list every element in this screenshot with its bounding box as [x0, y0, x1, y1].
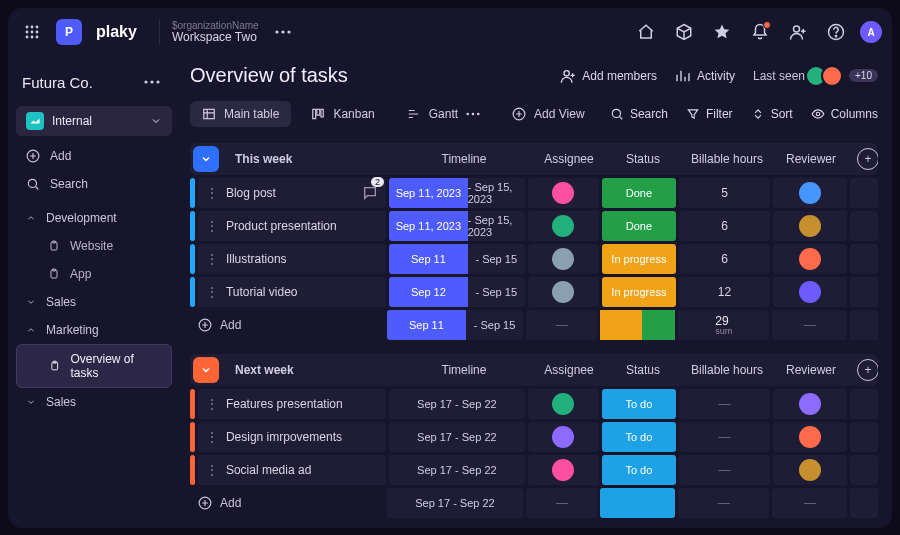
table-sort[interactable]: Sort	[751, 107, 793, 121]
reviewer-cell[interactable]	[773, 211, 848, 241]
avatar[interactable]	[552, 182, 574, 204]
col-assignee[interactable]: Assignee	[533, 363, 605, 377]
group-title[interactable]: This week	[227, 152, 395, 166]
status-cell[interactable]: To do	[602, 422, 677, 452]
timeline-cell[interactable]: Sep 11, 2023 - Sep 15, 2023	[389, 178, 525, 208]
view-gantt[interactable]: Gantt	[395, 101, 492, 127]
bell-icon[interactable]	[746, 18, 774, 46]
assignee-cell[interactable]	[528, 211, 599, 241]
col-status[interactable]: Status	[605, 363, 681, 377]
workspace-switcher[interactable]: $organizationName Workspace Two	[159, 20, 259, 44]
home-icon[interactable]	[632, 18, 660, 46]
assignee-cell[interactable]	[528, 244, 599, 274]
comment-icon[interactable]: 2	[362, 185, 378, 201]
sidebar-section-marketing[interactable]: Marketing	[16, 316, 172, 344]
space-selector[interactable]: Internal	[16, 106, 172, 136]
timeline-cell[interactable]: Sep 12 - Sep 15	[389, 277, 525, 307]
drag-handle-icon[interactable]: ⋮	[206, 397, 218, 411]
status-cell[interactable]: Done	[602, 211, 677, 241]
col-timeline[interactable]: Timeline	[395, 152, 533, 166]
assignee-cell[interactable]	[528, 277, 599, 307]
table-search[interactable]: Search	[610, 107, 668, 121]
avatar[interactable]	[552, 281, 574, 303]
avatar[interactable]	[821, 65, 843, 87]
group-toggle[interactable]	[193, 146, 219, 172]
add-members-button[interactable]: Add members	[560, 68, 657, 84]
activity-button[interactable]: Activity	[675, 68, 735, 84]
sidebar-search[interactable]: Search	[16, 170, 172, 198]
task-name-cell[interactable]: ⋮ Blog post2	[198, 178, 386, 208]
sidebar-item-website[interactable]: Website	[16, 232, 172, 260]
status-cell[interactable]: To do	[602, 389, 677, 419]
col-reviewer[interactable]: Reviewer	[773, 152, 849, 166]
avatar[interactable]	[552, 426, 574, 448]
reviewer-cell[interactable]	[773, 277, 848, 307]
status-badge[interactable]: To do	[602, 455, 677, 485]
drag-handle-icon[interactable]: ⋮	[206, 463, 218, 477]
add-task-button[interactable]: Add	[190, 496, 384, 510]
add-view-button[interactable]: Add View	[500, 101, 596, 127]
col-hours[interactable]: Billable hours	[681, 152, 773, 166]
reviewer-cell[interactable]	[773, 455, 848, 485]
task-name-cell[interactable]: ⋮ Design imrpovements	[198, 422, 386, 452]
status-badge[interactable]: Done	[602, 178, 677, 208]
col-assignee[interactable]: Assignee	[533, 152, 605, 166]
avatar[interactable]	[799, 459, 821, 481]
hours-cell[interactable]: 12	[679, 277, 769, 307]
status-badge[interactable]: To do	[602, 422, 677, 452]
add-column-button[interactable]: +	[849, 359, 877, 381]
avatar[interactable]	[799, 215, 821, 237]
col-timeline[interactable]: Timeline	[395, 363, 533, 377]
status-cell[interactable]: In progress	[602, 277, 677, 307]
status-cell[interactable]: In progress	[602, 244, 677, 274]
task-name-cell[interactable]: ⋮ Product presentation	[198, 211, 386, 241]
drag-handle-icon[interactable]: ⋮	[206, 285, 218, 299]
col-reviewer[interactable]: Reviewer	[773, 363, 849, 377]
more-icon[interactable]	[269, 18, 297, 46]
avatar[interactable]	[552, 248, 574, 270]
task-name-cell[interactable]: ⋮ Tutorial video	[198, 277, 386, 307]
drag-handle-icon[interactable]: ⋮	[206, 219, 218, 233]
col-status[interactable]: Status	[605, 152, 681, 166]
avatar[interactable]	[799, 393, 821, 415]
sidebar-section-development[interactable]: Development	[16, 204, 172, 232]
current-user-avatar[interactable]: A	[860, 21, 882, 43]
hours-cell[interactable]: —	[679, 455, 769, 485]
sidebar-section-sales[interactable]: Sales	[16, 288, 172, 316]
assignee-cell[interactable]	[528, 455, 599, 485]
timeline-cell[interactable]: Sep 11 - Sep 15	[389, 244, 525, 274]
help-icon[interactable]	[822, 18, 850, 46]
status-badge[interactable]: To do	[602, 389, 677, 419]
assignee-cell[interactable]	[528, 178, 599, 208]
sidebar-item-app[interactable]: App	[16, 260, 172, 288]
avatar[interactable]	[552, 215, 574, 237]
sidebar-section-sales-2[interactable]: Sales	[16, 388, 172, 416]
status-badge[interactable]: Done	[602, 211, 677, 241]
sidebar-item-overview-of-tasks[interactable]: Overview of tasks	[16, 344, 172, 388]
more-icon[interactable]	[466, 112, 480, 116]
hours-cell[interactable]: 6	[679, 244, 769, 274]
hours-cell[interactable]: 6	[679, 211, 769, 241]
drag-handle-icon[interactable]: ⋮	[206, 430, 218, 444]
brand-logo-icon[interactable]: P	[56, 19, 82, 45]
group-title[interactable]: Next week	[227, 363, 395, 377]
view-main-table[interactable]: Main table	[190, 101, 291, 127]
hours-cell[interactable]: —	[679, 422, 769, 452]
avatar[interactable]	[799, 182, 821, 204]
assignee-cell[interactable]	[528, 422, 599, 452]
timeline-cell[interactable]: Sep 11, 2023 - Sep 15, 2023	[389, 211, 525, 241]
task-name-cell[interactable]: ⋮ Illustrations	[198, 244, 386, 274]
avatar[interactable]	[552, 459, 574, 481]
drag-handle-icon[interactable]: ⋮	[206, 186, 218, 200]
reviewer-cell[interactable]	[773, 178, 848, 208]
table-columns[interactable]: Columns	[811, 107, 878, 121]
star-icon[interactable]	[708, 18, 736, 46]
timeline-cell[interactable]: Sep 17 - Sep 22	[389, 455, 525, 485]
team-menu-icon[interactable]	[138, 68, 166, 96]
reviewer-cell[interactable]	[773, 389, 848, 419]
col-hours[interactable]: Billable hours	[681, 363, 773, 377]
avatar[interactable]	[799, 426, 821, 448]
status-cell[interactable]: Done	[602, 178, 677, 208]
view-kanban[interactable]: Kanban	[299, 101, 386, 127]
table-filter[interactable]: Filter	[686, 107, 733, 121]
